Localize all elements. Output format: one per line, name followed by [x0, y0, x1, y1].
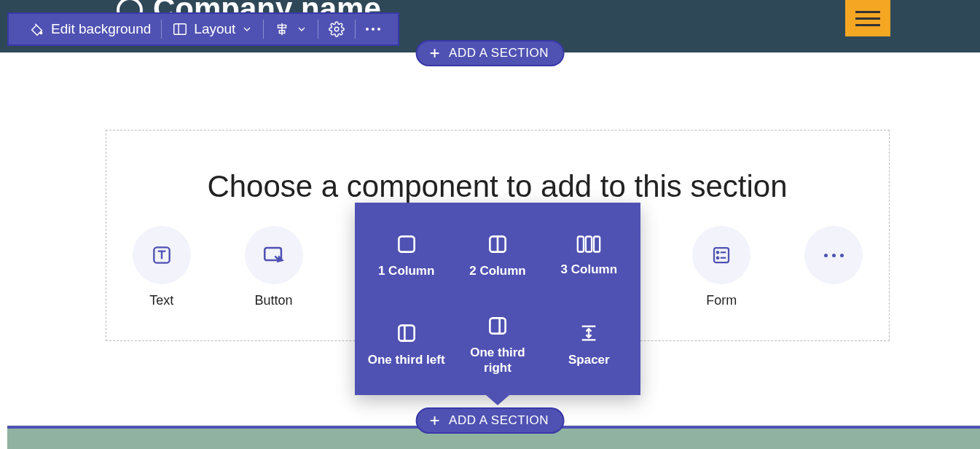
plus-icon — [427, 46, 442, 60]
layout-label: 3 Column — [561, 262, 617, 277]
layout-label: Spacer — [568, 352, 610, 367]
svg-rect-0 — [174, 24, 187, 35]
form-icon — [710, 244, 732, 266]
add-section-bottom-button[interactable]: ADD A SECTION — [415, 407, 565, 434]
component-label: Form — [706, 293, 737, 308]
align-center-icon — [274, 21, 290, 37]
layout-1-column[interactable]: 1 Column — [366, 233, 447, 278]
two-column-icon — [486, 233, 509, 256]
edit-background-label: Edit background — [51, 21, 151, 37]
add-section-label: ADD A SECTION — [449, 413, 549, 428]
component-form[interactable]: Form — [680, 226, 764, 308]
svg-point-11 — [717, 251, 719, 254]
layout-label: One third left — [368, 352, 445, 367]
chevron-down-icon — [241, 23, 253, 35]
layout-one-third-left[interactable]: One third left — [366, 321, 447, 367]
svg-rect-21 — [399, 326, 414, 341]
layout-icon — [172, 21, 188, 37]
add-section-label: ADD A SECTION — [449, 46, 549, 60]
edit-background-button[interactable]: Edit background — [19, 14, 161, 44]
choose-heading: Choose a component to add to this sectio… — [0, 169, 980, 204]
layout-label: One third right — [458, 345, 538, 376]
one-third-left-icon — [395, 321, 418, 345]
svg-rect-15 — [399, 237, 414, 252]
three-column-icon — [576, 234, 602, 254]
spacer-icon — [579, 321, 599, 345]
layout-label: Layout — [194, 21, 235, 37]
component-label: Button — [255, 293, 293, 308]
component-button[interactable]: Button — [232, 226, 315, 308]
component-label: Text — [149, 293, 173, 308]
layout-one-third-right[interactable]: One third right — [458, 314, 538, 376]
paint-bucket-icon — [29, 21, 45, 37]
settings-button[interactable] — [318, 14, 355, 44]
button-icon — [262, 243, 286, 268]
svg-rect-20 — [594, 237, 600, 252]
svg-rect-10 — [714, 248, 729, 262]
svg-rect-18 — [578, 237, 584, 252]
more-button[interactable] — [356, 14, 391, 44]
svg-rect-23 — [490, 318, 505, 333]
one-column-icon — [395, 233, 418, 256]
section-toolbar: Edit background Layout — [7, 12, 399, 46]
layout-label: 2 Column — [469, 263, 525, 278]
component-more[interactable] — [792, 226, 876, 284]
hamburger-menu-button[interactable] — [845, 0, 890, 36]
layout-3-column[interactable]: 3 Column — [549, 234, 629, 277]
add-section-top-button[interactable]: ADD A SECTION — [415, 40, 565, 66]
chevron-down-icon — [296, 23, 307, 35]
gear-icon — [329, 21, 345, 37]
svg-rect-19 — [586, 237, 592, 252]
text-icon — [150, 243, 173, 267]
more-icon — [824, 254, 844, 257]
svg-point-5 — [335, 27, 340, 31]
layout-spacer[interactable]: Spacer — [549, 321, 629, 367]
one-third-right-icon — [486, 314, 509, 337]
layout-button[interactable]: Layout — [162, 14, 263, 44]
align-button[interactable] — [264, 14, 318, 44]
more-icon — [366, 28, 380, 31]
layout-popover: 1 Column 2 Column 3 Column One third lef… — [355, 203, 640, 395]
plus-icon — [427, 413, 442, 428]
layout-label: 1 Column — [378, 263, 434, 278]
layout-2-column[interactable]: 2 Column — [458, 233, 538, 278]
component-text[interactable]: Text — [119, 226, 203, 308]
svg-point-13 — [717, 257, 719, 259]
